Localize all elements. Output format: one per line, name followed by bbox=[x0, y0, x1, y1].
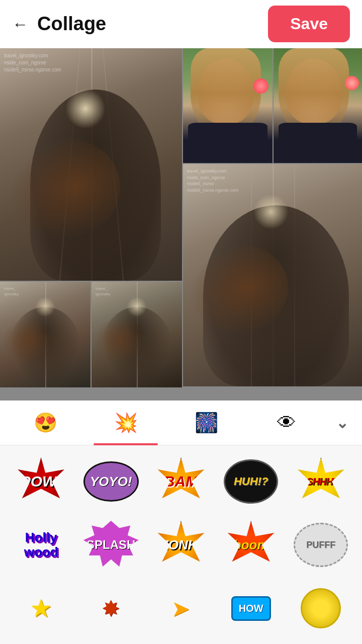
sticker-hollywood[interactable]: Hollywood bbox=[10, 517, 73, 573]
sticker-grid: POW! YOYO! BAM HUH!? SHHH! Hollywood SPL… bbox=[0, 446, 362, 644]
sticker-star1[interactable]: ★ bbox=[10, 581, 73, 636]
collage-cell-5[interactable]: travel_ignostky bbox=[0, 282, 90, 387]
bam-sticker-visual: BAM bbox=[154, 457, 208, 506]
yellow-sticker-visual bbox=[301, 588, 341, 628]
yoyo-sticker-visual: YOYO! bbox=[83, 461, 139, 502]
sticker-pow[interactable]: POW! bbox=[10, 454, 73, 509]
pufff-sticker-visual: PUFFF bbox=[294, 523, 348, 567]
more-button[interactable]: ⌄ bbox=[327, 414, 357, 432]
sticker-bam[interactable]: BAM bbox=[149, 454, 213, 509]
collage-cell-3[interactable] bbox=[274, 48, 362, 163]
collage-area[interactable]: travel_ignostky.comnside_com_ngsrsenside… bbox=[0, 48, 362, 400]
emoji-icon: 😍 bbox=[34, 412, 57, 434]
pow-sticker-visual: POW! bbox=[14, 457, 68, 506]
sticker-how[interactable]: HOW bbox=[219, 581, 283, 636]
star1-sticker-visual: ★ bbox=[30, 594, 52, 623]
tab-sticker4[interactable]: 👁 bbox=[246, 400, 327, 445]
comic-icon: 💥 bbox=[114, 412, 138, 434]
watermark-6: travel_ignostky bbox=[96, 286, 110, 297]
sticker-row-3: ★ ✸ ➤ HOW bbox=[6, 581, 356, 636]
sticker4-icon: 👁 bbox=[277, 412, 296, 434]
sticker-row-2: Hollywood SPLASH ZONK! boom PUFFF bbox=[6, 517, 356, 573]
sticker-boom[interactable]: boom bbox=[219, 517, 283, 573]
sticker-tab-bar: 😍 💥 🎆 👁 ⌄ bbox=[0, 400, 362, 446]
collage-cell-2[interactable] bbox=[183, 48, 273, 163]
shhh-sticker-visual: SHHH! bbox=[294, 457, 348, 506]
sticker3-icon: 🎆 bbox=[195, 412, 218, 434]
sticker-splash[interactable]: SPLASH bbox=[79, 517, 143, 573]
splash-sticker-visual: SPLASH bbox=[83, 521, 139, 569]
save-button[interactable]: Save bbox=[268, 6, 350, 42]
back-button[interactable]: ← bbox=[12, 16, 28, 32]
header-left: ← Collage bbox=[12, 13, 106, 35]
sticker-pufff[interactable]: PUFFF bbox=[289, 517, 352, 573]
boom-sticker-visual: boom bbox=[224, 521, 278, 569]
how-sticker-visual: HOW bbox=[231, 596, 271, 621]
sticker-shhh[interactable]: SHHH! bbox=[289, 454, 352, 509]
chevron-down-icon: ⌄ bbox=[336, 414, 348, 432]
collage-cell-6[interactable]: travel_ignostky bbox=[92, 282, 182, 387]
sticker-huh[interactable]: HUH!? bbox=[219, 454, 283, 509]
huh-sticker-visual: HUH!? bbox=[224, 459, 278, 504]
tab-emoji[interactable]: 😍 bbox=[5, 400, 85, 445]
sticker-zonk[interactable]: ZONK! bbox=[149, 517, 213, 573]
sticker-yellow[interactable] bbox=[289, 581, 352, 636]
watermark-5: travel_ignostky bbox=[4, 286, 19, 297]
page-title: Collage bbox=[37, 13, 106, 35]
tab-sticker3[interactable]: 🎆 bbox=[166, 400, 246, 445]
collage-cell-4[interactable]: travel_ignostky.comnside_com_ngsrsenside… bbox=[183, 164, 362, 386]
sticker-burst1[interactable]: ✸ bbox=[79, 581, 143, 636]
header: ← Collage Save bbox=[0, 0, 362, 48]
sticker-row-1: POW! YOYO! BAM HUH!? SHHH! bbox=[6, 454, 356, 509]
sticker-yoyo[interactable]: YOYO! bbox=[79, 454, 143, 509]
zonk-sticker-visual: ZONK! bbox=[154, 521, 208, 569]
burst1-sticker-visual: ✸ bbox=[102, 596, 120, 621]
collage-cell-1[interactable]: travel_ignostky.comnside_com_ngsrsenside… bbox=[0, 48, 182, 281]
watermark-1: travel_ignostky.comnside_com_ngsrsenside… bbox=[4, 52, 61, 73]
hollywood-sticker-visual: Hollywood bbox=[24, 530, 58, 559]
arrow1-sticker-visual: ➤ bbox=[171, 596, 190, 621]
watermark-4: travel_ignostky.comnside_com_ngsrsenside… bbox=[187, 168, 239, 193]
tab-comic[interactable]: 💥 bbox=[85, 400, 166, 445]
sticker-arrow1[interactable]: ➤ bbox=[149, 581, 213, 636]
